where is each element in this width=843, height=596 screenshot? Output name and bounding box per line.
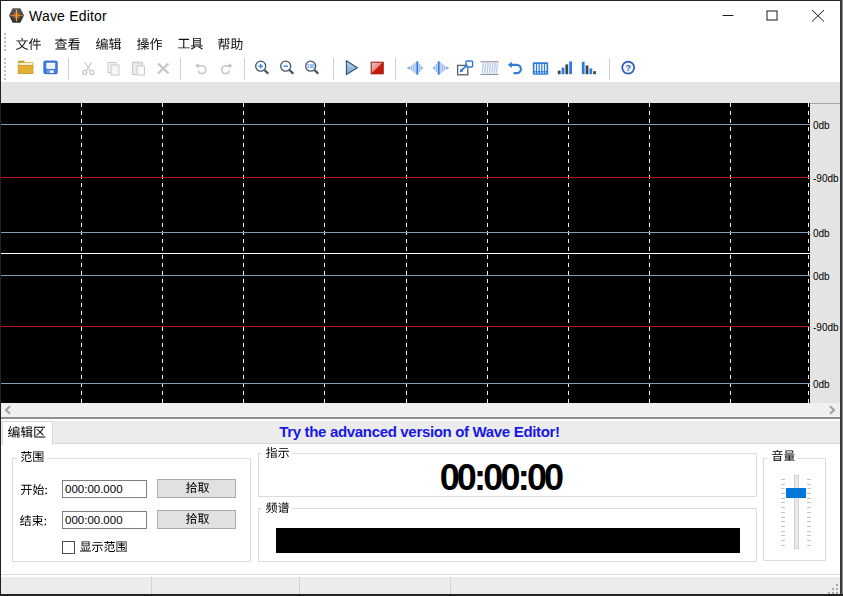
svg-text:100: 100 — [307, 64, 315, 69]
svg-text:?: ? — [625, 63, 631, 73]
